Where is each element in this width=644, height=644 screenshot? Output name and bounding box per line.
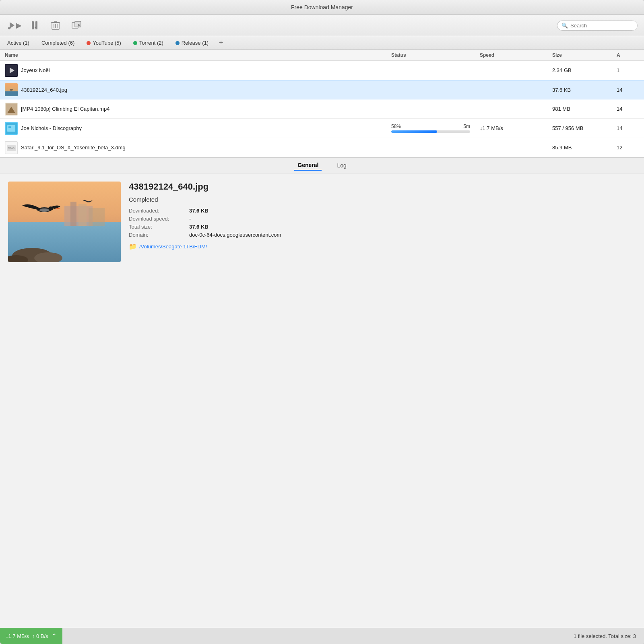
row2-thumb xyxy=(5,83,18,96)
search-icon: 🔍 xyxy=(561,23,568,29)
row3-size-cell: 981 MB xyxy=(547,103,612,114)
svg-rect-21 xyxy=(8,126,11,128)
row4-added-cell: 14 xyxy=(612,123,644,134)
folder-icon: 📁 xyxy=(129,243,137,250)
svg-rect-20 xyxy=(7,125,15,132)
detail-tab-log[interactable]: Log xyxy=(334,161,349,170)
row4-status-cell: 58% 5m xyxy=(386,121,475,135)
status-info-text: 1 file selected. Total size: 3 xyxy=(574,633,636,639)
svg-text:DMG: DMG xyxy=(8,147,14,150)
tab-youtube[interactable]: YouTube (5) xyxy=(81,37,127,49)
row3-name-cell: [MP4 1080p] Climbing El Capitan.mp4 xyxy=(0,100,386,118)
title-bar: Free Download Manager xyxy=(0,0,644,15)
status-speed-section: ↓1.7 MB/s ↑ 0 B/s ⌃ xyxy=(0,628,62,644)
table-row[interactable]: 438192124_640.jpg 37.6 KB 14 xyxy=(0,80,644,99)
svg-rect-15 xyxy=(5,91,18,96)
svg-text:✓: ✓ xyxy=(9,27,12,29)
play-button[interactable]: ✓ ▶ ✓ xyxy=(6,18,21,33)
tab-release[interactable]: Release (1) xyxy=(170,37,214,49)
detail-panel: General Log xyxy=(0,157,644,628)
row1-name-cell: Joyeux Noël xyxy=(0,62,386,79)
detail-content: 438192124_640.jpg Completed Downloaded: … xyxy=(0,173,644,628)
row4-thumb xyxy=(5,122,18,135)
tab-completed[interactable]: Completed (6) xyxy=(36,37,80,49)
domain-value: doc-0c-64-docs.googleusercontent.com xyxy=(189,232,636,238)
svg-point-38 xyxy=(56,208,60,209)
status-chevron-icon[interactable]: ⌃ xyxy=(52,632,57,640)
detail-info: 438192124_640.jpg Completed Downloaded: … xyxy=(129,182,636,620)
detail-path[interactable]: 📁 /Volumes/Seagate 1TB/FDM/ xyxy=(129,243,636,250)
table-header: Name Status Speed Size A xyxy=(0,50,644,61)
download-speed: ↓1.7 MB/s xyxy=(6,633,29,639)
row3-speed-cell xyxy=(475,107,547,111)
toolbar: ✓ ▶ ✓ ✓ xyxy=(0,15,644,36)
row2-size-cell: 37.6 KB xyxy=(547,85,612,95)
row3-status-cell xyxy=(386,107,475,111)
add-tab-button[interactable]: + xyxy=(215,36,227,50)
svg-point-16 xyxy=(10,89,13,91)
detail-tab-general[interactable]: General xyxy=(294,160,322,171)
speed-value: - xyxy=(189,216,636,222)
row5-name-cell: DMG Safari_9.1_for_OS_X_Yosemite_beta_3.… xyxy=(0,139,386,157)
pause-button[interactable]: ✓ xyxy=(27,18,42,33)
window-title: Free Download Manager xyxy=(291,4,353,10)
table-row[interactable]: Joe Nichols - Discography 58% 5m ↓1.7 MB… xyxy=(0,119,644,138)
row4-speed-cell: ↓1.7 MB/s xyxy=(475,123,547,134)
preview-image xyxy=(8,182,121,262)
row5-thumb: DMG xyxy=(5,141,18,154)
row5-added-cell: 12 xyxy=(612,142,644,153)
row2-speed-cell xyxy=(475,87,547,92)
table-row[interactable]: Joyeux Noël 2.34 GB 1 xyxy=(0,61,644,80)
detail-filename: 438192124_640.jpg xyxy=(129,182,636,192)
tab-torrent[interactable]: Torrent (2) xyxy=(128,37,169,49)
tab-active[interactable]: Active (1) xyxy=(2,37,35,49)
row2-name-cell: 438192124_640.jpg xyxy=(0,81,386,99)
youtube-dot xyxy=(87,41,91,45)
row1-speed-cell xyxy=(475,68,547,73)
torrent-dot xyxy=(133,41,137,45)
row2-added-cell: 14 xyxy=(612,85,644,95)
detail-image xyxy=(8,182,121,262)
download-table: Name Status Speed Size A Joyeux Noël 2.3… xyxy=(0,50,644,157)
row3-added-cell: 14 xyxy=(612,103,644,114)
move-button[interactable] xyxy=(69,18,84,33)
svg-rect-10 xyxy=(75,21,81,27)
release-dot xyxy=(175,41,180,45)
status-info: 1 file selected. Total size: 3 xyxy=(62,628,644,644)
downloaded-value: 37.6 KB xyxy=(189,208,636,214)
play-icon: ✓ xyxy=(8,21,16,29)
main-window: Free Download Manager ✓ ▶ ✓ ✓ xyxy=(0,0,644,644)
row5-status-cell xyxy=(386,145,475,150)
svg-rect-29 xyxy=(78,204,87,226)
svg-rect-28 xyxy=(70,202,76,226)
table-row[interactable]: [MP4 1080p] Climbing El Capitan.mp4 981 … xyxy=(0,99,644,119)
tabs-bar: Active (1) Completed (6) YouTube (5) Tor… xyxy=(0,36,644,50)
svg-rect-30 xyxy=(89,208,105,226)
progress-bar: 58% 5m xyxy=(391,124,470,133)
downloaded-label: Downloaded: xyxy=(129,208,185,214)
row2-status-cell xyxy=(386,87,475,92)
col-header-speed: Speed xyxy=(475,52,547,58)
col-header-size: Size xyxy=(547,52,612,58)
row4-name-cell: Joe Nichols - Discography xyxy=(0,120,386,137)
progress-fill xyxy=(391,130,437,133)
row1-status-cell xyxy=(386,68,475,73)
col-header-name: Name xyxy=(0,52,386,58)
speed-label: Download speed: xyxy=(129,216,185,222)
col-header-status: Status xyxy=(386,52,475,58)
domain-label: Domain: xyxy=(129,232,185,238)
row1-thumb xyxy=(5,64,18,77)
move-icon xyxy=(72,21,81,30)
row4-size-cell: 557 / 956 MB xyxy=(547,123,612,134)
table-row[interactable]: DMG Safari_9.1_for_OS_X_Yosemite_beta_3.… xyxy=(0,138,644,157)
size-label: Total size: xyxy=(129,224,185,230)
status-bar: ↓1.7 MB/s ↑ 0 B/s ⌃ 1 file selected. Tot… xyxy=(0,628,644,644)
upload-speed: ↑ 0 B/s xyxy=(32,633,48,639)
detail-table: Downloaded: 37.6 KB Download speed: - To… xyxy=(129,208,636,238)
col-header-added: A xyxy=(612,52,644,58)
svg-point-36 xyxy=(39,208,49,212)
row5-speed-cell xyxy=(475,145,547,150)
search-input[interactable] xyxy=(570,23,635,29)
delete-button[interactable] xyxy=(48,18,63,33)
path-text: /Volumes/Seagate 1TB/FDM/ xyxy=(139,244,207,250)
